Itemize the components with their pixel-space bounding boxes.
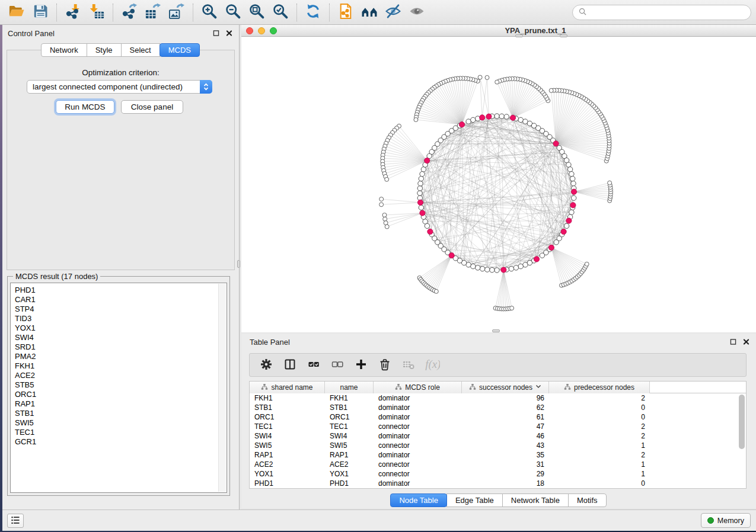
trash-button[interactable]: [377, 358, 392, 373]
mcds-result-item[interactable]: STP4: [15, 305, 215, 314]
mcds-result-item[interactable]: SWI4: [15, 333, 215, 342]
table-row[interactable]: PHD1PHD1dominator180: [250, 479, 746, 488]
search-box[interactable]: [572, 5, 751, 20]
mcds-result-item[interactable]: PHD1: [15, 286, 215, 295]
tab-node-table[interactable]: Node Table: [390, 493, 447, 507]
table-row[interactable]: RAP1RAP1dominator352: [250, 450, 746, 460]
cell-name: ACE2: [325, 460, 374, 469]
tab-mcds[interactable]: MCDS: [160, 43, 200, 57]
mcds-result-item[interactable]: ACE2: [15, 371, 215, 380]
column-header-mcds-role[interactable]: MCDS role: [374, 382, 462, 393]
column-header-name[interactable]: name: [325, 382, 374, 393]
scrollbar-thumb[interactable]: [739, 395, 745, 449]
cell-name: SWI4: [325, 432, 374, 440]
memory-button[interactable]: Memory: [701, 513, 751, 528]
column-header-successor-nodes[interactable]: successor nodes: [462, 382, 549, 393]
mcds-result-item[interactable]: SRD1: [15, 342, 215, 352]
mcds-result-item[interactable]: PMA2: [15, 352, 215, 361]
window-minimize-icon[interactable]: [258, 27, 265, 34]
mcds-result-item[interactable]: SWI5: [15, 418, 215, 428]
table-row[interactable]: SWI5SWI5connector431: [250, 441, 746, 450]
binoculars-button[interactable]: [358, 2, 381, 23]
deselect-all-button[interactable]: [330, 358, 344, 373]
table-scrollbar[interactable]: [739, 395, 745, 488]
tab-network[interactable]: Network: [41, 43, 87, 57]
mcds-result-item[interactable]: TID3: [15, 314, 215, 323]
network-graph[interactable]: [241, 37, 756, 332]
cell-predecessor-nodes: 2: [549, 451, 650, 459]
tab-motifs[interactable]: Motifs: [568, 493, 607, 507]
tab-edge-table[interactable]: Edge Table: [446, 493, 503, 507]
open-folder-button[interactable]: [5, 2, 28, 23]
zoom-out-button[interactable]: [221, 2, 245, 23]
mcds-result-item[interactable]: STB5: [15, 380, 215, 390]
tab-style[interactable]: Style: [87, 43, 122, 57]
mcds-result-item[interactable]: YOX1: [15, 323, 215, 333]
mcds-result-item[interactable]: STB1: [15, 409, 215, 418]
select-all-button[interactable]: [306, 358, 321, 373]
open-folder-icon: [8, 3, 25, 21]
tab-network-table[interactable]: Network Table: [502, 493, 569, 507]
cell-mcds-role: dominator: [374, 451, 462, 459]
columns-button[interactable]: [282, 358, 297, 373]
deselect-all-icon: [331, 358, 344, 373]
vertical-splitter-handle[interactable]: [237, 260, 240, 268]
network-canvas[interactable]: [241, 37, 756, 332]
cell-shared-name: PHD1: [250, 479, 325, 488]
import-table-button[interactable]: [85, 2, 109, 23]
table-row[interactable]: STB1STB1dominator620: [250, 403, 746, 412]
table-row[interactable]: ORC1ORC1dominator610: [250, 412, 746, 422]
zoom-in-button[interactable]: [197, 2, 221, 23]
table-row[interactable]: SWI4SWI4dominator462: [250, 431, 746, 441]
run-mcds-button[interactable]: Run MCDS: [56, 100, 114, 114]
mcds-result-list[interactable]: PHD1CAR1STP4TID3YOX1SWI4SRD1PMA2FKH1ACE2…: [10, 283, 227, 493]
tab-select[interactable]: Select: [121, 43, 160, 57]
horizontal-splitter-handle[interactable]: [492, 329, 500, 332]
splitter-handle[interactable]: [515, 34, 523, 37]
optimization-criterion-select[interactable]: largest connected component (undirected): [27, 80, 212, 94]
show-details-eye-icon: [409, 3, 425, 21]
gear-button[interactable]: [259, 358, 273, 373]
show-details-eye-button[interactable]: [405, 2, 429, 23]
column-header-predecessor-nodes[interactable]: predecessor nodes: [549, 382, 650, 393]
close-panel-button[interactable]: Close panel: [121, 100, 183, 114]
mcds-result-item[interactable]: ORC1: [15, 390, 215, 399]
mcds-result-item[interactable]: RAP1: [15, 399, 215, 409]
mcds-result-item[interactable]: CAR1: [15, 295, 215, 305]
search-input[interactable]: [588, 8, 751, 17]
window-close-icon[interactable]: [246, 27, 253, 34]
export-network-button[interactable]: [117, 2, 141, 23]
memory-status-icon: [707, 517, 714, 524]
cell-shared-name: STB1: [250, 403, 325, 412]
mcds-result-item[interactable]: GCR1: [15, 437, 215, 447]
float-panel-icon[interactable]: [730, 338, 736, 345]
cell-shared-name: SWI5: [250, 441, 325, 450]
float-panel-icon[interactable]: [213, 30, 219, 36]
mcds-result-item[interactable]: FKH1: [15, 361, 215, 371]
export-image-button[interactable]: [165, 2, 189, 23]
window-zoom-icon[interactable]: [270, 27, 277, 34]
cell-predecessor-nodes: 1: [549, 460, 650, 469]
splitter-handle[interactable]: [560, 34, 567, 37]
share-document-button[interactable]: [334, 2, 358, 23]
network-window-titlebar[interactable]: YPA_prune.txt_1: [241, 25, 756, 37]
cell-shared-name: ORC1: [250, 413, 325, 421]
table-row[interactable]: YOX1YOX1connector291: [250, 469, 746, 479]
list-scrollbar[interactable]: [218, 284, 226, 492]
import-network-button[interactable]: [61, 2, 85, 23]
zoom-fit-button[interactable]: [245, 2, 269, 23]
mcds-result-item[interactable]: TEC1: [15, 428, 215, 437]
hide-details-eye-button[interactable]: [381, 2, 405, 23]
close-panel-icon[interactable]: [743, 338, 749, 345]
save-button[interactable]: [28, 2, 52, 23]
column-header-shared-name[interactable]: shared name: [250, 382, 325, 393]
refresh-button[interactable]: [301, 2, 325, 23]
close-panel-icon[interactable]: [226, 30, 232, 36]
task-history-button[interactable]: [7, 514, 24, 528]
table-row[interactable]: TEC1TEC1connector472: [250, 422, 746, 431]
export-table-button[interactable]: [141, 2, 165, 23]
table-row[interactable]: ACE2ACE2connector311: [250, 460, 746, 469]
table-row[interactable]: FKH1FKH1dominator962: [250, 393, 746, 403]
add-button[interactable]: [353, 358, 368, 373]
zoom-selected-button[interactable]: [269, 2, 292, 23]
